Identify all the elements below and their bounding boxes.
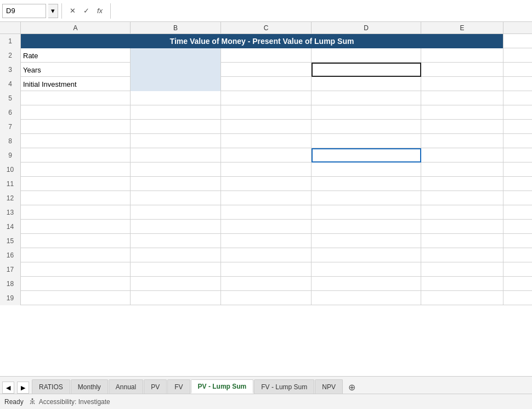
- cell-ref-dropdown[interactable]: ▾: [48, 4, 58, 18]
- tab-next-btn[interactable]: ▶: [17, 382, 29, 394]
- cell-d6[interactable]: [312, 105, 421, 120]
- add-sheet-button[interactable]: ⊕: [346, 380, 359, 394]
- cell-e2[interactable]: [421, 48, 503, 63]
- cell-b16[interactable]: [131, 248, 221, 262]
- cell-d14[interactable]: [312, 220, 421, 234]
- cell-a4[interactable]: Initial Investment: [21, 77, 131, 91]
- cell-b13[interactable]: [131, 205, 221, 220]
- col-header-f[interactable]: F: [503, 22, 532, 34]
- cell-a18[interactable]: [21, 277, 131, 291]
- cell-d17[interactable]: [312, 262, 421, 277]
- cell-c12[interactable]: [221, 191, 312, 205]
- col-header-b[interactable]: B: [131, 22, 221, 34]
- cell-a17[interactable]: [21, 262, 131, 277]
- cell-c3[interactable]: [221, 63, 312, 77]
- cell-c8[interactable]: [221, 134, 312, 148]
- cell-f8[interactable]: [503, 134, 532, 148]
- cell-e9[interactable]: [421, 148, 503, 163]
- cell-e19[interactable]: [421, 291, 503, 305]
- cell-b6[interactable]: [131, 105, 221, 120]
- cell-d11[interactable]: [312, 177, 421, 191]
- cell-e17[interactable]: [421, 262, 503, 277]
- col-header-c[interactable]: C: [221, 22, 312, 34]
- cell-b19[interactable]: [131, 291, 221, 305]
- tab-monthly[interactable]: Monthly: [71, 379, 108, 394]
- cell-f14[interactable]: [503, 220, 532, 234]
- cell-b8[interactable]: [131, 134, 221, 148]
- cell-a2[interactable]: Rate: [21, 48, 131, 63]
- cell-c10[interactable]: [221, 163, 312, 177]
- tab-prev-btn[interactable]: ◀: [2, 382, 14, 394]
- cell-d16[interactable]: [312, 248, 421, 262]
- cell-c19[interactable]: [221, 291, 312, 305]
- cell-d4[interactable]: [312, 77, 421, 91]
- cell-a16[interactable]: [21, 248, 131, 262]
- cell-a8[interactable]: [21, 134, 131, 148]
- cell-b5[interactable]: [131, 91, 221, 105]
- cell-f13[interactable]: [503, 205, 532, 220]
- cell-f5[interactable]: [503, 91, 532, 105]
- cell-d10[interactable]: [312, 163, 421, 177]
- cell-d19[interactable]: [312, 291, 421, 305]
- cell-d12[interactable]: [312, 191, 421, 205]
- cell-d2[interactable]: [312, 48, 421, 63]
- cell-f7[interactable]: [503, 120, 532, 134]
- cell-f9[interactable]: [503, 148, 532, 163]
- cell-b10[interactable]: [131, 163, 221, 177]
- cell-f12[interactable]: [503, 191, 532, 205]
- cell-c2[interactable]: [221, 48, 312, 63]
- tab-annual[interactable]: Annual: [109, 379, 143, 394]
- cell-f15[interactable]: [503, 234, 532, 248]
- tab-pv-lump-sum[interactable]: PV - Lump Sum: [191, 379, 254, 394]
- cell-reference-box[interactable]: D9: [2, 4, 46, 18]
- cell-e6[interactable]: [421, 105, 503, 120]
- cancel-icon[interactable]: ✕: [67, 5, 78, 16]
- cell-a13[interactable]: [21, 205, 131, 220]
- cell-b4[interactable]: [131, 77, 221, 91]
- cell-d3[interactable]: [312, 63, 421, 77]
- cell-e12[interactable]: [421, 191, 503, 205]
- cell-e13[interactable]: [421, 205, 503, 220]
- cell-f6[interactable]: [503, 105, 532, 120]
- cell-f2[interactable]: [503, 48, 532, 63]
- cell-b2[interactable]: [131, 48, 221, 63]
- cell-c9[interactable]: [221, 148, 312, 163]
- cell-a12[interactable]: [21, 191, 131, 205]
- cell-c17[interactable]: [221, 262, 312, 277]
- cell-a6[interactable]: [21, 105, 131, 120]
- cell-c6[interactable]: [221, 105, 312, 120]
- cell-e4[interactable]: [421, 77, 503, 91]
- tab-fv-lump-sum[interactable]: FV - Lump Sum: [254, 379, 314, 394]
- col-header-d[interactable]: D: [312, 22, 421, 34]
- cell-b11[interactable]: [131, 177, 221, 191]
- cell-c7[interactable]: [221, 120, 312, 134]
- cell-e15[interactable]: [421, 234, 503, 248]
- cell-a5[interactable]: [21, 91, 131, 105]
- cell-c4[interactable]: [221, 77, 312, 91]
- cell-b18[interactable]: [131, 277, 221, 291]
- cell-a10[interactable]: [21, 163, 131, 177]
- confirm-icon[interactable]: ✓: [81, 5, 92, 16]
- cell-e10[interactable]: [421, 163, 503, 177]
- cell-a19[interactable]: [21, 291, 131, 305]
- cell-d5[interactable]: [312, 91, 421, 105]
- cell-c16[interactable]: [221, 248, 312, 262]
- cell-f10[interactable]: [503, 163, 532, 177]
- cell-d13[interactable]: [312, 205, 421, 220]
- cell-a3[interactable]: Years: [21, 63, 131, 77]
- cell-c18[interactable]: [221, 277, 312, 291]
- cell-b12[interactable]: [131, 191, 221, 205]
- cell-e8[interactable]: [421, 134, 503, 148]
- cell-b14[interactable]: [131, 220, 221, 234]
- status-accessibility[interactable]: Accessibility: Investigate: [28, 397, 110, 406]
- cell-e5[interactable]: [421, 91, 503, 105]
- cell-b17[interactable]: [131, 262, 221, 277]
- cell-d7[interactable]: [312, 120, 421, 134]
- cell-a11[interactable]: [21, 177, 131, 191]
- cell-a9[interactable]: [21, 148, 131, 163]
- cell-d8[interactable]: [312, 134, 421, 148]
- cell-a1[interactable]: Time Value of Money - Present Value of L…: [21, 34, 503, 48]
- cell-b3[interactable]: [131, 63, 221, 77]
- cell-d18[interactable]: [312, 277, 421, 291]
- fx-icon[interactable]: fx: [95, 5, 105, 16]
